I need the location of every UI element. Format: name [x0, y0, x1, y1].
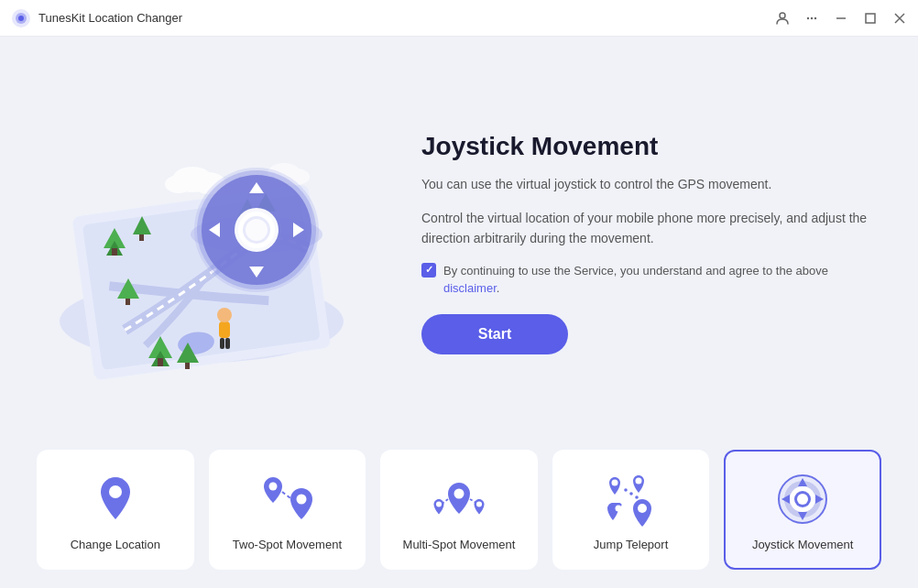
checkbox-label: By continuing to use the Service, you un…	[443, 262, 881, 298]
hero-description-2: Control the virtual location of your mob…	[421, 208, 881, 249]
titlebar-controls	[775, 11, 907, 26]
svg-rect-26	[126, 299, 130, 305]
svg-rect-31	[185, 363, 190, 369]
card-jump-teleport-label: Jump Teleport	[594, 538, 668, 551]
card-change-location[interactable]: Change Location	[37, 450, 194, 570]
svg-point-59	[436, 502, 442, 507]
app-title: TunesKit Location Changer	[38, 11, 182, 25]
change-location-icon	[90, 474, 141, 525]
svg-rect-17	[112, 248, 117, 256]
minimize-icon[interactable]	[834, 11, 848, 26]
bottom-cards: Change Location Two-Spot Movement	[37, 450, 881, 570]
svg-point-38	[165, 175, 192, 193]
svg-point-33	[217, 308, 232, 322]
svg-point-63	[635, 478, 641, 485]
close-icon[interactable]	[892, 11, 907, 26]
svg-point-53	[109, 485, 122, 498]
svg-point-54	[269, 483, 278, 491]
svg-point-6	[814, 16, 816, 18]
svg-point-62	[611, 480, 617, 486]
card-joystick[interactable]: Joystick Movement	[724, 450, 881, 570]
hero-section: Joystick Movement You can use the virtua…	[37, 55, 881, 431]
multi-spot-icon	[433, 474, 485, 525]
svg-point-61	[476, 502, 482, 507]
svg-point-5	[811, 16, 813, 18]
app-logo-icon	[11, 8, 31, 28]
joystick-illustration	[37, 111, 385, 376]
svg-rect-32	[219, 321, 230, 338]
hero-title: Joystick Movement	[421, 132, 881, 161]
titlebar-left: TunesKit Location Changer	[11, 8, 182, 28]
hero-description-1: You can use the virtual joystick to cont…	[421, 174, 881, 194]
svg-point-52	[246, 219, 268, 241]
svg-point-68	[635, 495, 639, 499]
titlebar: TunesKit Location Changer	[0, 0, 918, 37]
card-two-spot[interactable]: Two-Spot Movement	[209, 450, 366, 570]
card-two-spot-label: Two-Spot Movement	[233, 538, 342, 551]
svg-point-57	[454, 489, 464, 499]
svg-rect-19	[139, 234, 144, 241]
svg-point-3	[780, 13, 785, 18]
start-button[interactable]: Start	[421, 314, 568, 354]
svg-point-2	[18, 16, 24, 21]
svg-rect-29	[158, 358, 163, 366]
main-content: Joystick Movement You can use the virtua…	[0, 37, 918, 588]
disclaimer-link[interactable]: disclaimer	[443, 281, 497, 295]
card-change-location-label: Change Location	[71, 538, 160, 551]
card-multi-spot-label: Multi-Spot Movement	[403, 538, 516, 551]
svg-point-66	[624, 488, 628, 492]
menu-icon[interactable]	[804, 11, 819, 26]
jump-teleport-icon	[606, 474, 657, 525]
agree-checkbox[interactable]	[421, 263, 436, 278]
joystick-card-icon	[777, 474, 828, 525]
card-jump-teleport[interactable]: Jump Teleport	[552, 450, 710, 570]
svg-rect-8	[866, 14, 875, 23]
checkbox-row: By continuing to use the Service, you un…	[421, 262, 881, 298]
card-multi-spot[interactable]: Multi-Spot Movement	[380, 450, 538, 570]
svg-rect-34	[220, 338, 224, 349]
svg-point-77	[797, 494, 808, 505]
account-icon[interactable]	[775, 11, 790, 26]
maximize-icon[interactable]	[863, 11, 878, 26]
svg-point-4	[807, 16, 809, 18]
illustration-area	[37, 111, 385, 376]
svg-point-56	[297, 495, 307, 505]
svg-point-64	[615, 506, 621, 512]
card-joystick-label: Joystick Movement	[752, 538, 854, 551]
svg-point-65	[638, 504, 647, 513]
hero-content: Joystick Movement You can use the virtua…	[421, 132, 881, 354]
two-spot-icon	[261, 474, 312, 525]
svg-rect-35	[225, 338, 230, 349]
svg-point-67	[629, 492, 633, 495]
